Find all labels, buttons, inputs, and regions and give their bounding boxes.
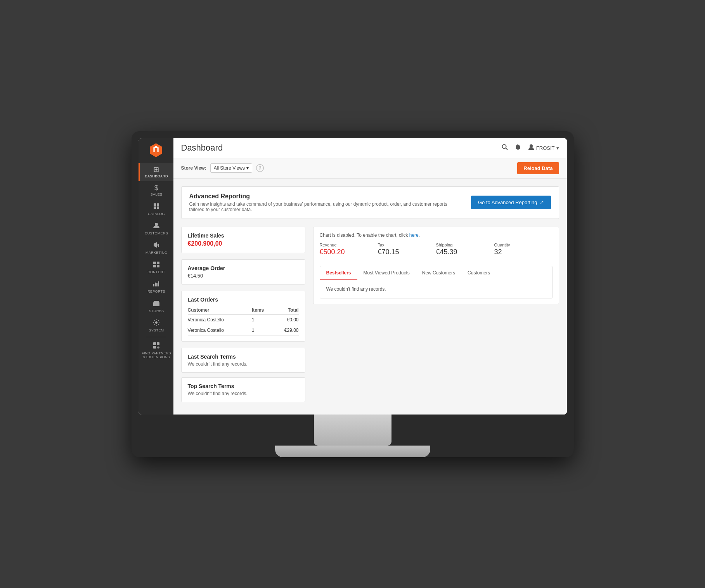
sidebar-label-marketing: MARKETING (146, 251, 167, 255)
tax-label: Tax (378, 243, 436, 247)
chart-disabled-text: Chart is disabled. To enable the chart, … (320, 232, 408, 238)
store-label: Store View: (181, 165, 206, 171)
store-dropdown-icon: ▾ (246, 165, 249, 171)
sidebar-label-sales: SALES (151, 193, 163, 196)
store-select[interactable]: All Store Views ▾ (210, 163, 252, 173)
svg-point-4 (155, 223, 158, 226)
svg-rect-19 (157, 342, 159, 345)
catalog-icon (153, 203, 160, 211)
user-dropdown-icon: ▾ (556, 145, 559, 151)
advanced-reporting-text: Advanced Reporting Gain new insights and… (189, 193, 461, 212)
sidebar-divider (146, 337, 166, 337)
stats-left-column: Lifetime Sales €200.900,00 Average Order… (181, 227, 305, 407)
page-title: Dashboard (181, 143, 223, 153)
help-icon[interactable]: ? (256, 164, 264, 172)
sidebar-label-customers: CUSTOMERS (145, 231, 168, 235)
svg-rect-16 (156, 304, 157, 306)
tab-most-viewed-products[interactable]: Most Viewed Products (357, 266, 416, 280)
main-content: Dashboard FROSIT ▾ (173, 138, 567, 415)
quantity-value: 32 (494, 248, 553, 256)
sidebar-label-system: SYSTEM (149, 328, 164, 332)
stats-layout: Lifetime Sales €200.900,00 Average Order… (181, 227, 559, 407)
svg-rect-20 (153, 346, 156, 349)
sidebar-item-reports[interactable]: REPORTS (139, 277, 173, 297)
svg-rect-1 (157, 203, 159, 206)
shipping-stat: Shipping €45.39 (436, 243, 494, 256)
lifetime-sales-value: €200.900,00 (188, 240, 299, 247)
average-order-title: Average Order (188, 265, 299, 271)
user-avatar-icon (528, 144, 535, 153)
tab-empty-message: We couldn't find any records. (326, 286, 386, 292)
go-reporting-label: Go to Advanced Reporting (478, 199, 537, 205)
orders-col-items: Items (252, 306, 274, 315)
tabs-header: Bestsellers Most Viewed Products New Cus… (320, 266, 552, 280)
sidebar-item-sales[interactable]: $ SALES (139, 181, 173, 199)
stats-right-column: Chart is disabled. To enable the chart, … (313, 227, 559, 407)
reload-data-button[interactable]: Reload Data (517, 162, 559, 174)
quantity-stat: Quantity 32 (494, 243, 553, 256)
svg-rect-8 (157, 262, 159, 264)
sidebar-item-marketing[interactable]: MARKETING (139, 238, 173, 258)
sidebar-item-content[interactable]: CONTENT (139, 258, 173, 277)
search-icon[interactable] (501, 144, 508, 153)
sales-icon: $ (154, 184, 158, 191)
last-search-title: Last Search Terms (188, 354, 299, 360)
last-orders-card: Last Orders Customer Items Total (181, 291, 305, 342)
quantity-label: Quantity (494, 243, 553, 247)
tab-bestsellers[interactable]: Bestsellers (320, 266, 357, 280)
tab-content-area: We couldn't find any records. (320, 280, 552, 298)
user-menu[interactable]: FROSIT ▾ (528, 144, 559, 153)
top-search-terms-card: Top Search Terms We couldn't find any re… (181, 377, 305, 402)
order-items-2: 1 (252, 325, 274, 335)
svg-rect-10 (157, 265, 159, 267)
orders-table: Customer Items Total Veronica Costello 1 (188, 306, 299, 336)
order-total-2: €29.00 (273, 325, 298, 335)
svg-rect-11 (153, 284, 154, 286)
store-select-value: All Store Views (214, 165, 245, 171)
dashboard-icon: ⊞ (153, 166, 159, 173)
stores-icon (153, 300, 160, 308)
marketing-icon (153, 241, 160, 250)
tab-new-customers[interactable]: New Customers (416, 266, 461, 280)
sidebar-logo (148, 142, 164, 158)
chart-enable-link[interactable]: here (409, 232, 419, 238)
shipping-value: €45.39 (436, 248, 494, 256)
tab-customers[interactable]: Customers (461, 266, 496, 280)
svg-rect-0 (154, 203, 156, 206)
sidebar-item-catalog[interactable]: CATALOG (139, 199, 173, 219)
sidebar-item-system[interactable]: SYSTEM (139, 316, 173, 335)
revenue-stats: Revenue €500.20 Tax €70.15 Shipping €45.… (320, 243, 553, 261)
go-to-advanced-reporting-button[interactable]: Go to Advanced Reporting ↗ (471, 196, 551, 209)
revenue-value: €500.20 (320, 248, 378, 256)
svg-rect-14 (158, 281, 159, 286)
order-customer-2: Veronica Costello (188, 325, 252, 335)
system-icon (153, 319, 160, 327)
sidebar-item-dashboard[interactable]: ⊞ DASHBOARD (139, 163, 173, 181)
sidebar-item-extensions[interactable]: FIND PARTNERS & EXTENSIONS (139, 339, 173, 363)
sidebar-label-catalog: CATALOG (148, 212, 165, 216)
sidebar-item-stores[interactable]: STORES (139, 297, 173, 316)
content-icon (153, 261, 160, 269)
sidebar-item-customers[interactable]: CUSTOMERS (139, 219, 173, 238)
sidebar-label-extensions: FIND PARTNERS & EXTENSIONS (141, 351, 172, 360)
advanced-reporting-section: Advanced Reporting Gain new insights and… (181, 186, 559, 219)
svg-rect-18 (153, 342, 156, 345)
dashboard-content: Advanced Reporting Gain new insights and… (173, 179, 567, 415)
table-row: Veronica Costello 1 €0.00 (188, 314, 299, 325)
svg-rect-3 (157, 206, 159, 209)
reports-icon (153, 280, 160, 288)
shipping-label: Shipping (436, 243, 494, 247)
store-bar-left: Store View: All Store Views ▾ ? (181, 163, 264, 173)
bell-icon[interactable] (514, 144, 521, 153)
sidebar: ⊞ DASHBOARD $ SALES CATALOG CUSTOMERS (139, 138, 173, 415)
last-search-terms-card: Last Search Terms We couldn't find any r… (181, 348, 305, 373)
last-search-empty: We couldn't find any records. (188, 361, 299, 367)
dashboard-tabs: Bestsellers Most Viewed Products New Cus… (320, 266, 553, 298)
svg-rect-12 (155, 283, 156, 286)
advanced-reporting-desc: Gain new insights and take command of yo… (189, 201, 461, 212)
help-text: ? (259, 166, 261, 170)
svg-point-23 (530, 144, 533, 147)
top-search-title: Top Search Terms (188, 383, 299, 389)
customers-icon (153, 222, 160, 230)
last-orders-title: Last Orders (188, 297, 299, 303)
